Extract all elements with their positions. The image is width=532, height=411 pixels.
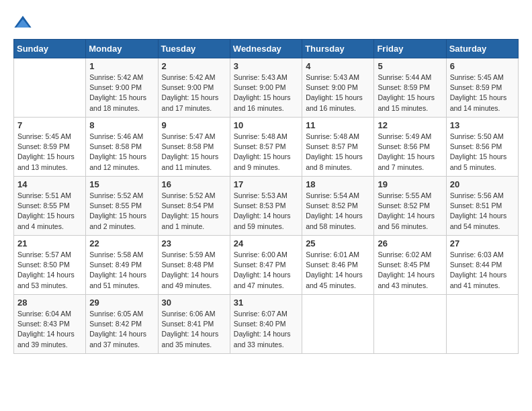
calendar-cell: 16Sunrise: 5:52 AM Sunset: 8:54 PM Dayli… — [158, 177, 230, 236]
day-number: 25 — [306, 238, 370, 248]
day-number: 11 — [306, 120, 370, 130]
day-info: Sunrise: 5:58 AM Sunset: 8:49 PM Dayligh… — [89, 250, 154, 291]
logo — [13, 13, 35, 32]
column-header-wednesday: Wednesday — [230, 40, 302, 58]
calendar-cell — [446, 295, 518, 354]
day-number: 29 — [89, 298, 154, 308]
calendar-cell: 1Sunrise: 5:42 AM Sunset: 9:00 PM Daylig… — [86, 58, 158, 118]
calendar-cell: 3Sunrise: 5:43 AM Sunset: 9:00 PM Daylig… — [230, 58, 302, 118]
calendar-cell: 29Sunrise: 6:05 AM Sunset: 8:42 PM Dayli… — [86, 295, 158, 354]
calendar-cell: 5Sunrise: 5:44 AM Sunset: 8:59 PM Daylig… — [374, 58, 446, 118]
calendar-cell — [302, 295, 374, 354]
calendar-cell: 17Sunrise: 5:53 AM Sunset: 8:53 PM Dayli… — [230, 177, 302, 236]
day-info: Sunrise: 5:52 AM Sunset: 8:55 PM Dayligh… — [89, 191, 154, 232]
day-info: Sunrise: 6:01 AM Sunset: 8:46 PM Dayligh… — [306, 250, 370, 291]
day-info: Sunrise: 6:07 AM Sunset: 8:40 PM Dayligh… — [234, 309, 298, 350]
week-row-5: 28Sunrise: 6:04 AM Sunset: 8:43 PM Dayli… — [14, 295, 519, 354]
day-number: 4 — [306, 61, 370, 71]
calendar-cell: 19Sunrise: 5:55 AM Sunset: 8:52 PM Dayli… — [374, 177, 446, 236]
calendar-cell: 24Sunrise: 6:00 AM Sunset: 8:47 PM Dayli… — [230, 236, 302, 295]
day-number: 3 — [234, 61, 298, 71]
day-info: Sunrise: 5:49 AM Sunset: 8:56 PM Dayligh… — [378, 132, 442, 173]
column-header-saturday: Saturday — [446, 40, 518, 58]
day-info: Sunrise: 5:43 AM Sunset: 9:00 PM Dayligh… — [306, 73, 370, 113]
column-header-thursday: Thursday — [302, 40, 374, 58]
day-number: 20 — [450, 179, 515, 189]
day-info: Sunrise: 5:42 AM Sunset: 9:00 PM Dayligh… — [89, 73, 154, 113]
calendar-cell: 14Sunrise: 5:51 AM Sunset: 8:55 PM Dayli… — [14, 177, 86, 236]
day-info: Sunrise: 6:04 AM Sunset: 8:43 PM Dayligh… — [17, 309, 82, 350]
calendar-cell: 10Sunrise: 5:48 AM Sunset: 8:57 PM Dayli… — [230, 118, 302, 177]
day-number: 23 — [162, 238, 226, 248]
day-number: 12 — [378, 120, 442, 130]
day-number: 8 — [89, 120, 154, 130]
week-row-1: 1Sunrise: 5:42 AM Sunset: 9:00 PM Daylig… — [14, 58, 519, 118]
calendar-cell: 12Sunrise: 5:49 AM Sunset: 8:56 PM Dayli… — [374, 118, 446, 177]
day-number: 27 — [450, 238, 515, 248]
day-info: Sunrise: 5:48 AM Sunset: 8:57 PM Dayligh… — [306, 132, 370, 173]
day-info: Sunrise: 5:45 AM Sunset: 8:59 PM Dayligh… — [17, 132, 82, 173]
day-number: 22 — [89, 238, 154, 248]
calendar-cell: 18Sunrise: 5:54 AM Sunset: 8:52 PM Dayli… — [302, 177, 374, 236]
day-info: Sunrise: 5:48 AM Sunset: 8:57 PM Dayligh… — [234, 132, 298, 173]
day-info: Sunrise: 5:45 AM Sunset: 8:59 PM Dayligh… — [450, 73, 515, 113]
calendar-cell: 25Sunrise: 6:01 AM Sunset: 8:46 PM Dayli… — [302, 236, 374, 295]
day-number: 15 — [89, 179, 154, 189]
column-header-tuesday: Tuesday — [158, 40, 230, 58]
calendar-cell: 4Sunrise: 5:43 AM Sunset: 9:00 PM Daylig… — [302, 58, 374, 118]
day-number: 2 — [162, 61, 226, 71]
day-info: Sunrise: 5:57 AM Sunset: 8:50 PM Dayligh… — [17, 250, 82, 291]
day-number: 28 — [17, 298, 82, 308]
day-number: 26 — [378, 238, 442, 248]
day-info: Sunrise: 5:47 AM Sunset: 8:58 PM Dayligh… — [162, 132, 226, 173]
day-info: Sunrise: 5:59 AM Sunset: 8:48 PM Dayligh… — [162, 250, 226, 291]
day-number: 1 — [89, 61, 154, 71]
day-number: 18 — [306, 179, 370, 189]
week-row-3: 14Sunrise: 5:51 AM Sunset: 8:55 PM Dayli… — [14, 177, 519, 236]
day-info: Sunrise: 5:51 AM Sunset: 8:55 PM Dayligh… — [17, 191, 82, 232]
calendar-cell: 23Sunrise: 5:59 AM Sunset: 8:48 PM Dayli… — [158, 236, 230, 295]
day-info: Sunrise: 5:54 AM Sunset: 8:52 PM Dayligh… — [306, 191, 370, 232]
column-header-friday: Friday — [374, 40, 446, 58]
day-info: Sunrise: 5:50 AM Sunset: 8:56 PM Dayligh… — [450, 132, 515, 173]
column-header-sunday: Sunday — [14, 40, 86, 58]
day-number: 19 — [378, 179, 442, 189]
calendar-cell: 26Sunrise: 6:02 AM Sunset: 8:45 PM Dayli… — [374, 236, 446, 295]
calendar-cell: 31Sunrise: 6:07 AM Sunset: 8:40 PM Dayli… — [230, 295, 302, 354]
calendar-cell: 9Sunrise: 5:47 AM Sunset: 8:58 PM Daylig… — [158, 118, 230, 177]
header — [13, 13, 519, 32]
calendar-table: SundayMondayTuesdayWednesdayThursdayFrid… — [13, 39, 519, 354]
calendar-cell: 8Sunrise: 5:46 AM Sunset: 8:58 PM Daylig… — [86, 118, 158, 177]
calendar-cell: 7Sunrise: 5:45 AM Sunset: 8:59 PM Daylig… — [14, 118, 86, 177]
day-number: 24 — [234, 238, 298, 248]
calendar-cell: 11Sunrise: 5:48 AM Sunset: 8:57 PM Dayli… — [302, 118, 374, 177]
day-info: Sunrise: 6:02 AM Sunset: 8:45 PM Dayligh… — [378, 250, 442, 291]
day-number: 9 — [162, 120, 226, 130]
day-info: Sunrise: 5:55 AM Sunset: 8:52 PM Dayligh… — [378, 191, 442, 232]
calendar-cell: 22Sunrise: 5:58 AM Sunset: 8:49 PM Dayli… — [86, 236, 158, 295]
calendar-cell: 15Sunrise: 5:52 AM Sunset: 8:55 PM Dayli… — [86, 177, 158, 236]
calendar-cell — [374, 295, 446, 354]
day-info: Sunrise: 6:05 AM Sunset: 8:42 PM Dayligh… — [89, 309, 154, 350]
day-info: Sunrise: 6:06 AM Sunset: 8:41 PM Dayligh… — [162, 309, 226, 350]
day-info: Sunrise: 5:56 AM Sunset: 8:51 PM Dayligh… — [450, 191, 515, 232]
calendar-cell: 30Sunrise: 6:06 AM Sunset: 8:41 PM Dayli… — [158, 295, 230, 354]
day-info: Sunrise: 5:42 AM Sunset: 9:00 PM Dayligh… — [162, 73, 226, 113]
day-number: 7 — [17, 120, 82, 130]
day-number: 14 — [17, 179, 82, 189]
calendar-cell — [14, 58, 86, 118]
day-number: 5 — [378, 61, 442, 71]
day-number: 6 — [450, 61, 515, 71]
calendar-cell: 21Sunrise: 5:57 AM Sunset: 8:50 PM Dayli… — [14, 236, 86, 295]
day-number: 30 — [162, 298, 226, 308]
header-row: SundayMondayTuesdayWednesdayThursdayFrid… — [14, 40, 519, 58]
day-number: 21 — [17, 238, 82, 248]
column-header-monday: Monday — [86, 40, 158, 58]
day-number: 10 — [234, 120, 298, 130]
day-number: 16 — [162, 179, 226, 189]
calendar-cell: 28Sunrise: 6:04 AM Sunset: 8:43 PM Dayli… — [14, 295, 86, 354]
calendar-cell: 27Sunrise: 6:03 AM Sunset: 8:44 PM Dayli… — [446, 236, 518, 295]
day-info: Sunrise: 5:52 AM Sunset: 8:54 PM Dayligh… — [162, 191, 226, 232]
day-number: 13 — [450, 120, 515, 130]
calendar-cell: 6Sunrise: 5:45 AM Sunset: 8:59 PM Daylig… — [446, 58, 518, 118]
